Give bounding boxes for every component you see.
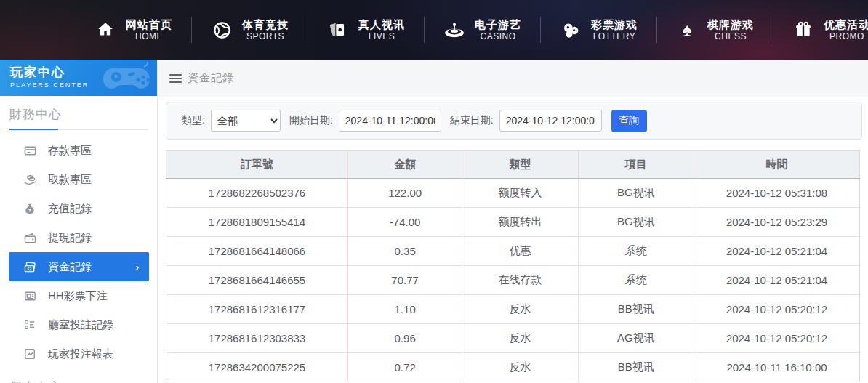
sidebar-item-label: 資金記錄 bbox=[48, 260, 92, 274]
nav-item-sports[interactable]: 体育竞技 SPORTS bbox=[192, 17, 308, 42]
type: 反水 bbox=[462, 353, 578, 382]
nav-subtitle: PROMO bbox=[824, 31, 868, 42]
breadcrumb: 資金記錄 bbox=[158, 60, 868, 97]
nav-subtitle: LOTTERY bbox=[591, 31, 638, 42]
nav-item-promo[interactable]: 优惠活动 PROMO bbox=[773, 17, 868, 42]
time: 2024-10-12 05:23:29 bbox=[694, 208, 859, 237]
section-finance-center: 財務中心 bbox=[0, 96, 157, 129]
table-header-row: 訂單號 金額 類型 項目 時間 bbox=[166, 151, 860, 179]
time: 2024-10-11 16:10:00 bbox=[694, 353, 859, 382]
sidebar-item-funds-record[interactable]: 資金記錄 › bbox=[9, 252, 149, 281]
amount: 0.35 bbox=[347, 237, 462, 266]
sidebar-item-room-bet-record[interactable]: 廳室投註記錄 bbox=[0, 310, 157, 339]
time: 2024-10-12 05:21:04 bbox=[694, 266, 859, 295]
type-select[interactable]: 全部 bbox=[211, 110, 281, 132]
roulette-icon bbox=[443, 19, 465, 41]
bet-report-icon bbox=[24, 348, 36, 360]
sidebar-item-cashout-record[interactable]: 提現記錄 bbox=[0, 223, 157, 252]
nav-item-lottery[interactable]: 彩票游戏 LOTTERY bbox=[541, 17, 656, 42]
order-no: 1728681664148066 bbox=[166, 237, 348, 266]
chevron-right-icon: › bbox=[136, 262, 139, 273]
menu-toggle-icon[interactable] bbox=[169, 74, 182, 83]
column-header-item: 項目 bbox=[578, 151, 694, 179]
sidebar-item-label: 玩家投注報表 bbox=[48, 347, 113, 361]
lottery-balls-icon bbox=[560, 19, 582, 41]
nav-title: 电子游艺 bbox=[475, 17, 521, 31]
amount: -74.00 bbox=[347, 208, 462, 237]
playing-cards-icon bbox=[327, 19, 349, 41]
start-date-label: 開始日期: bbox=[289, 114, 333, 127]
nav-title: 体育竞技 bbox=[242, 17, 289, 31]
type: 额度转出 bbox=[462, 208, 578, 237]
sidebar-item-deposit[interactable]: 存款專區 bbox=[0, 136, 157, 165]
top-navigation: 网站首页 HOME 体育竞技 SPORTS bbox=[0, 0, 868, 60]
time: 2024-10-12 05:20:12 bbox=[694, 324, 859, 353]
sidebar-menu: 存款專區 取款專區 充 bbox=[0, 136, 157, 368]
nav-title: 网站首页 bbox=[126, 17, 172, 31]
sidebar-item-recharge-record[interactable]: 充值記錄 bbox=[0, 194, 157, 223]
nav-subtitle: SPORTS bbox=[242, 31, 289, 42]
sidebar-item-label: 提現記錄 bbox=[48, 231, 92, 245]
cashout-record-icon bbox=[24, 232, 36, 244]
home-icon bbox=[95, 19, 116, 41]
spade-icon: ♠ bbox=[676, 19, 698, 41]
gamepad-icon bbox=[100, 61, 153, 96]
amount: 0.72 bbox=[347, 353, 462, 382]
recharge-record-icon bbox=[24, 203, 36, 215]
sidebar: 玩家中心 PLAYERS CENTER 財務中心 存款專區 bbox=[0, 60, 158, 383]
deposit-icon bbox=[24, 145, 36, 157]
type: 反水 bbox=[462, 295, 578, 324]
sidebar-item-withdraw[interactable]: 取款專區 bbox=[0, 165, 157, 194]
nav-item-lives[interactable]: 真人视讯 LIVES bbox=[308, 17, 424, 42]
start-date-input[interactable] bbox=[339, 110, 441, 132]
page-title: 資金記錄 bbox=[188, 71, 234, 85]
table-row: 1728681664148066 0.35 优惠 系统 2024-10-12 0… bbox=[166, 237, 860, 266]
item: BB视讯 bbox=[578, 295, 694, 324]
order-no: 1728681612303833 bbox=[166, 324, 348, 353]
item: 系统 bbox=[578, 237, 694, 266]
table-row: 1728681809155414 -74.00 额度转出 BG视讯 2024-1… bbox=[166, 208, 860, 237]
nav-subtitle: CASINO bbox=[475, 31, 521, 42]
column-header-amount: 金額 bbox=[347, 151, 462, 179]
gift-icon bbox=[792, 19, 814, 41]
filter-bar: 類型: 全部 開始日期: 結束日期: 查詢 bbox=[166, 102, 862, 140]
item: BG视讯 bbox=[578, 179, 694, 208]
sidebar-item-hh-lottery-bet[interactable]: HH彩票下注 bbox=[0, 281, 157, 310]
table-row: 1728681612303833 0.96 反水 AG视讯 2024-10-12… bbox=[166, 324, 860, 353]
section-personal-center: 個人中心 bbox=[0, 368, 157, 383]
lottery-bet-icon bbox=[24, 290, 36, 302]
table-row: 1728681612316177 1.10 反水 BB视讯 2024-10-12… bbox=[166, 295, 860, 324]
table-row: 1728634200075225 0.72 反水 BB视讯 2024-10-11… bbox=[166, 353, 860, 382]
sidebar-item-label: 取款專區 bbox=[48, 173, 92, 187]
item: BB视讯 bbox=[578, 353, 694, 382]
nav-item-casino[interactable]: 电子游艺 CASINO bbox=[425, 17, 540, 42]
table-row: 1728681664146655 70.77 在线存款 系统 2024-10-1… bbox=[166, 266, 860, 295]
table-row: 1728682268502376 122.00 额度转入 BG视讯 2024-1… bbox=[166, 179, 860, 208]
search-button[interactable]: 查詢 bbox=[611, 110, 647, 132]
amount: 1.10 bbox=[347, 295, 462, 324]
sidebar-item-label: HH彩票下注 bbox=[48, 289, 108, 303]
players-center-header: 玩家中心 PLAYERS CENTER bbox=[0, 60, 157, 96]
sidebar-item-label: 廳室投註記錄 bbox=[48, 318, 113, 332]
section-underline bbox=[9, 129, 148, 130]
nav-subtitle: CHESS bbox=[707, 31, 754, 42]
main-content: 資金記錄 類型: 全部 開始日期: 結束日期: 查詢 訂 bbox=[158, 60, 868, 383]
column-header-order-no: 訂單號 bbox=[166, 151, 348, 179]
funds-record-icon bbox=[24, 261, 36, 273]
sidebar-item-bet-report[interactable]: 玩家投注報表 bbox=[0, 339, 157, 368]
type: 在线存款 bbox=[462, 266, 578, 295]
nav-items: 网站首页 HOME 体育竞技 SPORTS bbox=[76, 17, 868, 43]
type: 反水 bbox=[462, 324, 578, 353]
sidebar-item-label: 存款專區 bbox=[48, 144, 92, 158]
nav-item-chess[interactable]: ♠ 棋牌游戏 CHESS bbox=[657, 17, 773, 42]
nav-item-home[interactable]: 网站首页 HOME bbox=[76, 17, 191, 42]
order-no: 1728681809155414 bbox=[166, 208, 348, 237]
type-label: 類型: bbox=[182, 114, 205, 127]
time: 2024-10-12 05:31:08 bbox=[694, 179, 859, 208]
item: AG视讯 bbox=[578, 324, 694, 353]
end-date-input[interactable] bbox=[499, 110, 602, 132]
nav-subtitle: HOME bbox=[126, 31, 172, 42]
amount: 122.00 bbox=[347, 179, 462, 208]
room-bet-record-icon bbox=[24, 319, 36, 331]
nav-title: 真人视讯 bbox=[358, 17, 405, 31]
